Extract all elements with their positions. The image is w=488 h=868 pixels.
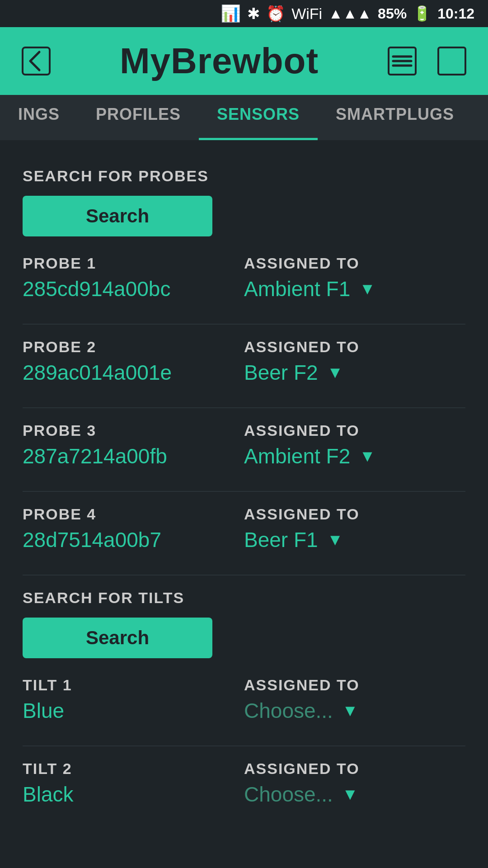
search-tilts-section: SEARCH FOR TILTS Search <box>23 589 465 658</box>
tilt-1-right: ASSIGNED TO Choose... ▼ <box>244 676 465 723</box>
probe-1-left: PROBE 1 285cd914a00bc <box>23 255 244 301</box>
tilt-2-dropdown[interactable]: Choose... ▼ <box>244 782 465 807</box>
search-probes-label: SEARCH FOR PROBES <box>23 167 465 185</box>
tilt-1-dropdown[interactable]: Choose... ▼ <box>244 698 465 723</box>
probe-3-left: PROBE 3 287a7214a00fb <box>23 422 244 468</box>
signal-icon: ▲▲▲ <box>328 5 371 22</box>
probe-4-right: ASSIGNED TO Beer F1 ▼ <box>244 505 465 552</box>
probe-2-right: ASSIGNED TO Beer F2 ▼ <box>244 338 465 385</box>
tilt-row-1: TILT 1 Blue ASSIGNED TO Choose... ▼ <box>23 676 465 723</box>
divider-4 <box>23 575 465 576</box>
probe-3-label: PROBE 3 <box>23 422 244 439</box>
tilt-1-label: TILT 1 <box>23 676 244 694</box>
probe-4-dropdown[interactable]: Beer F1 ▼ <box>244 528 465 552</box>
alarm-icon: ⏰ <box>266 5 285 23</box>
probe-4-value: 28d7514a00b7 <box>23 528 244 552</box>
window-icon <box>436 45 468 77</box>
tilt-2-assigned-value: Choose... <box>244 782 333 807</box>
search-probes-button[interactable]: Search <box>23 196 212 236</box>
tilt-2-assigned-label: ASSIGNED TO <box>244 760 465 778</box>
status-icons: 📊 ✱ ⏰ WiFi ▲▲▲ 85% 🔋 10:12 <box>221 4 474 23</box>
probe-4-left: PROBE 4 28d7514a00b7 <box>23 505 244 552</box>
probe-row-2: PROBE 2 289ac014a001e ASSIGNED TO Beer F… <box>23 338 465 385</box>
divider-5 <box>23 745 465 746</box>
back-icon <box>20 45 52 77</box>
tilt-2-chevron-down-icon: ▼ <box>342 785 358 804</box>
menu-icon <box>386 45 418 77</box>
probe-3-dropdown[interactable]: Ambient F2 ▼ <box>244 444 465 468</box>
probe-1-right: ASSIGNED TO Ambient F1 ▼ <box>244 255 465 301</box>
back-button[interactable] <box>18 43 54 79</box>
search-probes-section: SEARCH FOR PROBES Search <box>23 167 465 236</box>
divider-2 <box>23 407 465 408</box>
probe-4-chevron-down-icon: ▼ <box>327 530 343 549</box>
tilt-2-value: Black <box>23 782 244 807</box>
tilt-1-value: Blue <box>23 698 244 723</box>
probe-3-chevron-down-icon: ▼ <box>359 447 375 466</box>
probe-2-assigned-value: Beer F2 <box>244 360 318 385</box>
probe-2-value: 289ac014a001e <box>23 360 244 385</box>
wifi-icon: WiFi <box>291 5 322 23</box>
search-tilts-label: SEARCH FOR TILTS <box>23 589 465 607</box>
battery-icon: 🔋 <box>413 5 431 22</box>
tilt-1-chevron-down-icon: ▼ <box>342 701 358 720</box>
tilt-row-2: TILT 2 Black ASSIGNED TO Choose... ▼ <box>23 760 465 807</box>
probe-1-assigned-label: ASSIGNED TO <box>244 255 465 272</box>
probe-3-value: 287a7214a00fb <box>23 444 244 468</box>
battery-level: 85% <box>378 5 407 22</box>
tilt-1-assigned-label: ASSIGNED TO <box>244 676 465 694</box>
svg-rect-0 <box>23 47 50 75</box>
tab-bar: INGS PROFILES SENSORS SMARTPLUGS <box>0 95 488 140</box>
status-bar: 📊 ✱ ⏰ WiFi ▲▲▲ 85% 🔋 10:12 <box>0 0 488 27</box>
probe-4-assigned-label: ASSIGNED TO <box>244 505 465 523</box>
tilt-1-assigned-value: Choose... <box>244 698 333 723</box>
probe-2-dropdown[interactable]: Beer F2 ▼ <box>244 360 465 385</box>
tilt-2-label: TILT 2 <box>23 760 244 778</box>
divider-1 <box>23 324 465 325</box>
probe-1-chevron-down-icon: ▼ <box>359 279 375 298</box>
probe-2-assigned-label: ASSIGNED TO <box>244 338 465 356</box>
activity-icon: 📊 <box>221 4 241 23</box>
tab-smartplugs[interactable]: SMARTPLUGS <box>318 95 472 140</box>
tab-settings[interactable]: INGS <box>0 95 78 140</box>
tilt-2-left: TILT 2 Black <box>23 760 244 807</box>
tilt-2-right: ASSIGNED TO Choose... ▼ <box>244 760 465 807</box>
svg-rect-5 <box>438 47 465 75</box>
tilt-1-left: TILT 1 Blue <box>23 676 244 723</box>
time-display: 10:12 <box>437 5 474 22</box>
probe-1-dropdown[interactable]: Ambient F1 ▼ <box>244 277 465 301</box>
app-header: MyBrewbot <box>0 27 488 95</box>
bluetooth-icon: ✱ <box>247 5 260 23</box>
probe-1-label: PROBE 1 <box>23 255 244 272</box>
probe-row-4: PROBE 4 28d7514a00b7 ASSIGNED TO Beer F1… <box>23 505 465 552</box>
probe-1-assigned-value: Ambient F1 <box>244 277 350 301</box>
probe-2-left: PROBE 2 289ac014a001e <box>23 338 244 385</box>
search-tilts-button[interactable]: Search <box>23 618 212 658</box>
probe-3-assigned-value: Ambient F2 <box>244 444 350 468</box>
probe-1-value: 285cd914a00bc <box>23 277 244 301</box>
probe-2-chevron-down-icon: ▼ <box>327 363 343 382</box>
probe-row-1: PROBE 1 285cd914a00bc ASSIGNED TO Ambien… <box>23 255 465 301</box>
main-content: SEARCH FOR PROBES Search PROBE 1 285cd91… <box>0 140 488 852</box>
app-title: MyBrewbot <box>120 40 319 82</box>
probe-3-right: ASSIGNED TO Ambient F2 ▼ <box>244 422 465 468</box>
probe-2-label: PROBE 2 <box>23 338 244 356</box>
tab-sensors[interactable]: SENSORS <box>199 95 318 140</box>
probe-4-assigned-value: Beer F1 <box>244 528 318 552</box>
probe-4-label: PROBE 4 <box>23 505 244 523</box>
probe-3-assigned-label: ASSIGNED TO <box>244 422 465 439</box>
probe-row-3: PROBE 3 287a7214a00fb ASSIGNED TO Ambien… <box>23 422 465 468</box>
tab-profiles[interactable]: PROFILES <box>78 95 199 140</box>
divider-3 <box>23 491 465 492</box>
menu-button[interactable] <box>384 43 420 79</box>
window-button[interactable] <box>434 43 470 79</box>
